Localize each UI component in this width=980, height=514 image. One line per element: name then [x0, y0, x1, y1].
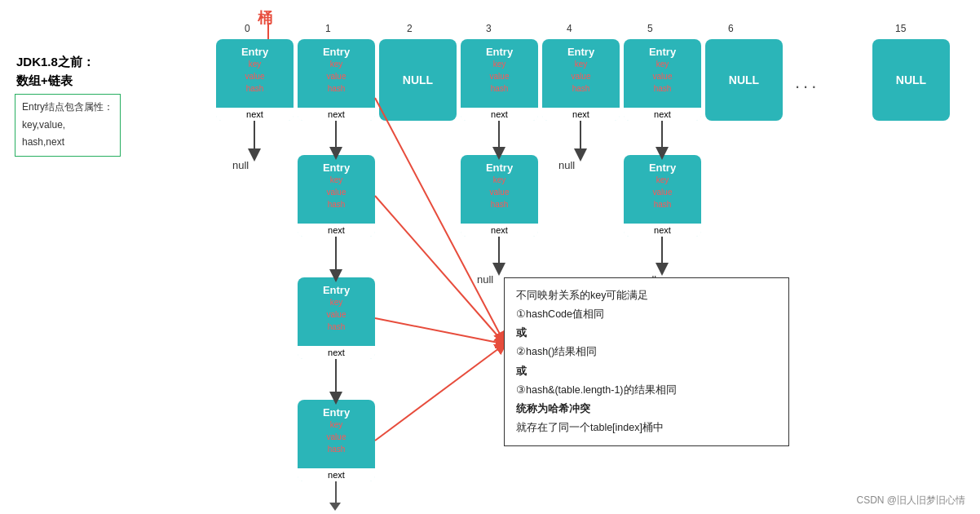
- cell-3: Entry keyvaluehash next: [461, 39, 538, 121]
- cell-15-null: NULL: [872, 39, 950, 121]
- arrowhead-chain1-down: [329, 503, 341, 511]
- null-below-0: null: [232, 159, 249, 171]
- left-detail-box: Entry结点包含属性：key,value,hash,next: [15, 94, 121, 157]
- tong-label: 桶: [258, 8, 272, 28]
- chain5-entry1: Entry keyvaluehash next: [624, 155, 701, 237]
- arrow-chain1-down: [335, 481, 337, 504]
- chain1-entry1: Entry keyvaluehash next: [298, 155, 375, 237]
- cell-0: Entry keyvaluehash next: [216, 39, 294, 121]
- cell-5: Entry keyvaluehash next: [624, 39, 701, 121]
- cell-6-null: NULL: [705, 39, 783, 121]
- chain1-entry3: Entry keyvaluehash next: [298, 400, 375, 481]
- svg-line-12: [375, 346, 502, 441]
- dots: ...: [795, 72, 819, 93]
- tong-arrow: [267, 23, 269, 41]
- chain3-entry1: Entry keyvaluehash next: [461, 155, 538, 237]
- index-2: 2: [407, 23, 413, 34]
- index-15: 15: [895, 23, 906, 34]
- right-info-box: 不同映射关系的key可能满足 ①hashCode值相同 或 ②hash()结果相…: [504, 277, 789, 446]
- index-3: 3: [486, 23, 492, 34]
- index-0: 0: [245, 23, 250, 34]
- chain1-entry2: Entry keyvaluehash next: [298, 277, 375, 359]
- cell-2-null: NULL: [379, 39, 457, 121]
- svg-line-11: [375, 318, 502, 343]
- index-4: 4: [567, 23, 572, 34]
- null-below-4: null: [558, 159, 575, 171]
- cell-4: Entry keyvaluehash next: [542, 39, 620, 121]
- left-title: JDK1.8之前：数组+链表: [16, 53, 95, 90]
- index-5: 5: [647, 23, 653, 34]
- index-1: 1: [325, 23, 331, 34]
- cell-1: Entry keyvaluehash next: [298, 39, 375, 121]
- csdn-watermark: CSDN @旧人旧梦旧心情: [856, 494, 965, 507]
- index-6: 6: [728, 23, 734, 34]
- null-below-chain3: null: [477, 273, 493, 286]
